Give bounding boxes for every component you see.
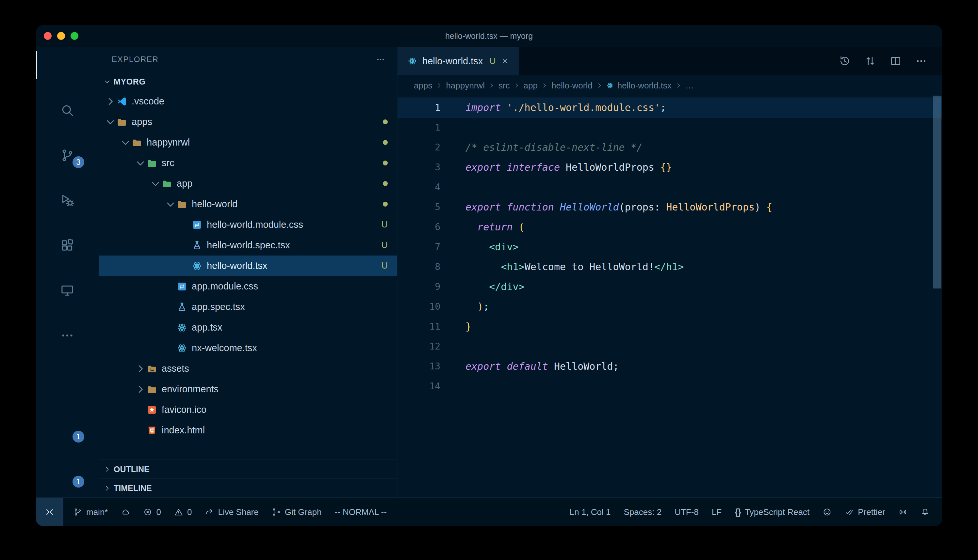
tree-item-index.html[interactable]: index.html — [99, 420, 397, 440]
breadcrumb-item[interactable]: apps — [414, 81, 432, 91]
section-timeline[interactable]: TIMELINE — [99, 478, 397, 497]
code-line[interactable]: 2/* eslint-disable-next-line */ — [398, 137, 942, 157]
status-errors-label: 0 — [156, 507, 161, 517]
code-line[interactable]: 1import './hello-world.module.css'; — [398, 98, 942, 117]
chevron-right-icon[interactable] — [105, 97, 116, 106]
activity-settings[interactable]: 1 — [36, 461, 99, 489]
line-number: 1 — [398, 117, 440, 137]
activity-remote-explorer[interactable] — [36, 277, 99, 305]
more-actions-icon[interactable] — [376, 55, 385, 64]
tree-item-label: hello-world.module.css — [207, 219, 303, 230]
compare-changes-icon[interactable] — [864, 55, 876, 67]
tree-item-apps[interactable]: apps — [99, 112, 397, 132]
activity-badge: 1 — [72, 476, 84, 488]
tree-item-app.tsx[interactable]: app.tsx — [99, 317, 397, 338]
tree-item-.vscode[interactable]: .vscode — [99, 91, 397, 112]
status-feedback[interactable] — [816, 498, 838, 526]
minimize-window-button[interactable] — [57, 32, 65, 40]
close-window-button[interactable] — [44, 32, 52, 40]
breadcrumb-item[interactable]: hello-world.tsx — [606, 81, 672, 91]
activity-badge: 3 — [72, 156, 84, 168]
title-bar: hello-world.tsx — myorg — [36, 25, 942, 47]
close-icon[interactable] — [501, 57, 509, 65]
workspace-root[interactable]: MYORG — [99, 72, 397, 91]
status-live-share[interactable]: Live Share — [198, 498, 265, 526]
tree-item-hello-world.tsx[interactable]: hello-world.tsxU — [99, 255, 397, 276]
status-git-graph[interactable]: Git Graph — [265, 498, 328, 526]
tree-item-app[interactable]: app — [99, 173, 397, 194]
status-branch[interactable]: main* — [67, 498, 114, 526]
breadcrumb-item[interactable]: happynrwl — [446, 81, 485, 91]
tree-item-happynrwl[interactable]: happynrwl — [99, 132, 397, 153]
chevron-down-icon[interactable] — [105, 118, 116, 126]
breadcrumb-item[interactable]: src — [498, 81, 510, 91]
code-line[interactable]: 10 ); — [398, 297, 942, 317]
code-line[interactable]: 6 return ( — [398, 217, 942, 237]
chevron-down-icon[interactable] — [150, 180, 161, 188]
tree-item-nx-welcome.tsx[interactable]: nx-welcome.tsx — [99, 338, 397, 358]
chevron-down-icon[interactable] — [120, 138, 131, 147]
git-modified-dot — [383, 120, 388, 124]
chevron-down-icon[interactable] — [135, 159, 146, 167]
activity-run-debug[interactable] — [36, 186, 99, 214]
tree-item-app.spec.tsx[interactable]: app.spec.tsx — [99, 297, 397, 317]
settings-icon — [60, 468, 75, 482]
activity-search[interactable] — [36, 96, 99, 124]
tree-item-hello-world[interactable]: hello-world — [99, 194, 397, 214]
status-vim-mode[interactable]: -- NORMAL -- — [328, 498, 393, 526]
status-cursor-position[interactable]: Ln 1, Col 1 — [563, 498, 617, 526]
tab-hello-world-tsx[interactable]: hello-world.tsx U — [398, 47, 519, 75]
status-warnings[interactable]: 0 — [167, 498, 198, 526]
activity-extensions[interactable] — [36, 232, 99, 260]
status-remote[interactable] — [36, 498, 64, 526]
breadcrumb-item[interactable]: app — [523, 81, 538, 91]
tree-item-hello-world.module.css[interactable]: hello-world.module.cssU — [99, 214, 397, 235]
code-text: ); — [465, 297, 489, 317]
code-line[interactable]: 8 <h1>Welcome to HelloWorld!</h1> — [398, 257, 942, 277]
file-history-icon[interactable] — [839, 55, 851, 67]
section-outline[interactable]: OUTLINE — [99, 460, 397, 478]
scrollbar[interactable] — [933, 96, 941, 288]
code-line[interactable]: 5export function HelloWorld(props: Hello… — [398, 197, 942, 217]
activity-accounts[interactable]: 1 — [36, 416, 99, 444]
code-line[interactable]: 12 — [398, 337, 942, 357]
activity-source-control[interactable]: 3 — [36, 141, 99, 169]
status-prettier[interactable]: Prettier — [838, 498, 892, 526]
git-untracked-badge: U — [381, 240, 388, 250]
code-line[interactable]: 7 <div> — [398, 237, 942, 257]
status-errors[interactable]: 0 — [137, 498, 167, 526]
status-notifications[interactable] — [914, 498, 936, 526]
breadcrumb-item[interactable]: … — [685, 81, 694, 91]
code-line[interactable]: 9 </div> — [398, 277, 942, 297]
tree-item-environments[interactable]: environments — [99, 379, 397, 400]
tab-dirty-indicator: U — [489, 56, 496, 66]
breadcrumb-item[interactable]: hello-world — [552, 81, 593, 91]
zoom-window-button[interactable] — [70, 32, 79, 40]
tree-item-app.module.css[interactable]: app.module.css — [99, 276, 397, 297]
status-publish[interactable] — [114, 498, 137, 526]
chevron-right-icon[interactable] — [135, 385, 146, 393]
tree-item-favicon.ico[interactable]: favicon.ico — [99, 400, 397, 420]
chevron-right-icon[interactable] — [135, 365, 146, 373]
remote-indicator-icon — [45, 507, 54, 517]
activity-more[interactable] — [36, 322, 99, 350]
status-indentation[interactable]: Spaces: 2 — [617, 498, 668, 526]
tree-item-assets[interactable]: assets — [99, 358, 397, 379]
chevron-down-icon[interactable] — [165, 200, 176, 208]
tree-item-hello-world.spec.tsx[interactable]: hello-world.spec.tsxU — [99, 235, 397, 255]
code-line[interactable]: 14 — [398, 376, 942, 396]
code-line[interactable]: 4 — [398, 177, 942, 197]
more-actions-icon[interactable] — [915, 55, 927, 67]
status-broadcast[interactable] — [892, 498, 914, 526]
activity-explorer[interactable] — [36, 51, 99, 79]
status-eol[interactable]: LF — [705, 498, 728, 526]
section-outline-label: OUTLINE — [114, 465, 150, 474]
code-line[interactable]: 13export default HelloWorld; — [398, 357, 942, 376]
tree-item-src[interactable]: src — [99, 153, 397, 173]
split-editor-icon[interactable] — [890, 55, 901, 67]
status-encoding[interactable]: UTF-8 — [668, 498, 705, 526]
status-language-mode[interactable]: {}TypeScript React — [728, 498, 816, 526]
code-line[interactable]: 1 — [398, 117, 942, 137]
code-line[interactable]: 11} — [398, 317, 942, 337]
code-line[interactable]: 3export interface HelloWorldProps {} — [398, 157, 942, 177]
